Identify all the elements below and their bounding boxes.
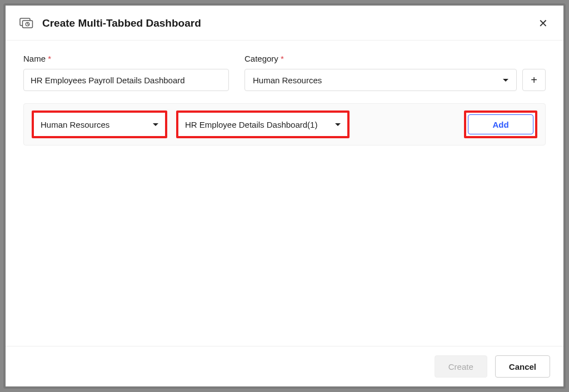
dashboard-select[interactable]: HR Employee Details Dashboard(1) bbox=[178, 113, 347, 136]
dashboard-stack-icon bbox=[19, 18, 34, 29]
name-field: Name * bbox=[23, 54, 229, 91]
create-button[interactable]: Create bbox=[435, 355, 487, 378]
caret-down-icon bbox=[335, 123, 341, 126]
category-field: Category * Human Resources + bbox=[244, 54, 546, 91]
group-select[interactable]: Human Resources bbox=[34, 113, 165, 136]
category-label: Category * bbox=[244, 54, 546, 63]
category-label-text: Category bbox=[244, 54, 278, 63]
cancel-button[interactable]: Cancel bbox=[495, 355, 550, 378]
close-icon[interactable]: ✕ bbox=[536, 16, 550, 31]
highlight-add-button: Add bbox=[464, 110, 537, 138]
modal-footer: Create Cancel bbox=[6, 346, 563, 386]
modal-body: Name * Category * Human Resources + bbox=[6, 41, 563, 346]
name-input[interactable] bbox=[23, 69, 229, 91]
group-select-value: Human Resources bbox=[41, 120, 109, 129]
plus-icon: + bbox=[531, 74, 537, 87]
modal-dialog: Create Multi-Tabbed Dashboard ✕ Name * C… bbox=[3, 3, 566, 389]
modal-title: Create Multi-Tabbed Dashboard bbox=[42, 17, 536, 29]
name-label: Name * bbox=[23, 54, 229, 63]
dashboard-select-value: HR Employee Details Dashboard(1) bbox=[185, 120, 317, 129]
category-row: Human Resources + bbox=[244, 69, 546, 91]
category-select-value: Human Resources bbox=[253, 76, 322, 85]
name-label-text: Name bbox=[23, 54, 46, 63]
modal-header: Create Multi-Tabbed Dashboard ✕ bbox=[6, 6, 563, 41]
highlight-group-dropdown: Human Resources bbox=[32, 110, 167, 138]
required-asterisk: * bbox=[48, 54, 51, 63]
highlight-dashboard-dropdown: HR Employee Details Dashboard(1) bbox=[176, 110, 350, 138]
category-select[interactable]: Human Resources bbox=[244, 69, 517, 91]
add-category-button[interactable]: + bbox=[522, 69, 546, 91]
form-row: Name * Category * Human Resources + bbox=[23, 54, 546, 91]
add-button[interactable]: Add bbox=[468, 114, 533, 134]
caret-down-icon bbox=[503, 79, 508, 82]
tab-source-row: Human Resources HR Employee Details Dash… bbox=[23, 103, 546, 145]
caret-down-icon bbox=[153, 123, 158, 126]
required-asterisk: * bbox=[281, 54, 284, 63]
